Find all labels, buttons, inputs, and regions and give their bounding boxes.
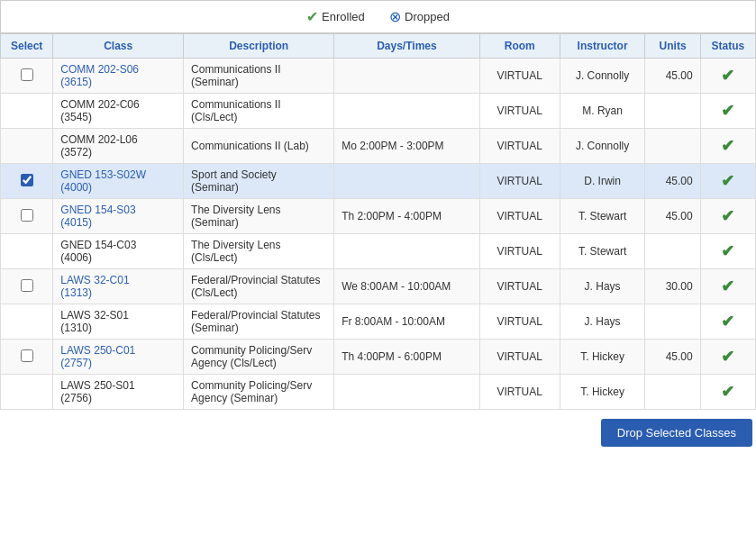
sub-enrolled-status-icon: ✔ (721, 313, 734, 331)
sub-enrolled-status-icon: ✔ (721, 102, 734, 120)
days-cell: We 8:00AM - 10:00AM (334, 269, 480, 304)
class-cell: GNED 154-S03 (4015) (53, 199, 184, 234)
sub-days-cell: Fr 8:00AM - 10:00AM (334, 304, 480, 340)
row-checkbox[interactable] (21, 174, 33, 186)
class-cell: GNED 153-S02W (4000) (53, 164, 184, 199)
room-cell: VIRTUAL (479, 269, 560, 304)
enrolled-status-icon: ✔ (721, 172, 734, 190)
sub-select-empty (1, 304, 53, 340)
col-description: Description (184, 34, 334, 59)
sub-units-cell (645, 375, 700, 410)
sub-class-cell: LAWS 250-S01 (2756) (53, 375, 184, 410)
dropped-label: Dropped (405, 10, 450, 23)
drop-button-row: Drop Selected Classes (0, 410, 756, 456)
sub-room-cell: VIRTUAL (479, 375, 560, 410)
table-row: GNED 154-S03 (4015) The Diversity Lens (… (1, 199, 756, 234)
enrolled-label: Enrolled (322, 10, 365, 23)
sub-status-cell: ✔ (700, 304, 755, 340)
class-link[interactable]: GNED 154-S03 (60, 204, 135, 216)
days-cell (334, 164, 480, 199)
sub-class-id: (4006) (60, 251, 92, 264)
select-cell (1, 199, 53, 234)
sub-status-cell: ✔ (700, 129, 755, 164)
table-header-row: Select Class Description Days/Times Room… (1, 34, 756, 59)
row-checkbox[interactable] (21, 209, 33, 222)
room-cell: VIRTUAL (479, 164, 560, 199)
drop-selected-button[interactable]: Drop Selected Classes (601, 419, 752, 447)
sub-room-cell: VIRTUAL (479, 94, 560, 129)
class-link[interactable]: LAWS 250-C01 (60, 344, 135, 357)
sub-class-id: (3572) (60, 146, 92, 159)
class-link[interactable]: GNED 153-S02W (60, 168, 146, 181)
sub-units-cell (645, 94, 700, 129)
sub-description-cell: Federal/Provincial Statutes (Seminar) (184, 304, 334, 340)
sub-class-id: (2756) (60, 392, 92, 404)
instructor-cell: J. Hays (560, 269, 645, 304)
sub-select-empty (1, 129, 53, 164)
enrollment-table: Select Class Description Days/Times Room… (0, 33, 756, 410)
sub-instructor-cell: T. Hickey (560, 375, 645, 410)
sub-enrolled-status-icon: ✔ (721, 383, 734, 401)
sub-class-code: LAWS 32-S01 (60, 309, 129, 322)
sub-class-code: COMM 202-L06 (60, 133, 137, 146)
class-cell: LAWS 250-C01 (2757) (53, 340, 184, 375)
col-select: Select (1, 34, 53, 59)
sub-class-cell: COMM 202-L06 (3572) (53, 129, 184, 164)
description-cell: Community Policing/Serv Agency (Cls/Lect… (184, 340, 334, 375)
class-cell: LAWS 32-C01 (1313) (53, 269, 184, 304)
status-cell: ✔ (700, 199, 755, 234)
description-cell: The Diversity Lens (Seminar) (184, 199, 334, 234)
description-cell: Communications II (Seminar) (184, 59, 334, 94)
sub-description-cell: Communications II (Cls/Lect) (184, 94, 334, 129)
table-row: LAWS 250-C01 (2757) Community Policing/S… (1, 340, 756, 375)
class-id: (4000) (60, 181, 92, 194)
class-link[interactable]: LAWS 32-C01 (60, 274, 129, 286)
sub-description-cell: The Diversity Lens (Cls/Lect) (184, 234, 334, 269)
status-cell: ✔ (700, 340, 755, 375)
sub-days-cell (334, 375, 480, 410)
row-checkbox[interactable] (21, 68, 33, 81)
row-checkbox[interactable] (21, 349, 33, 362)
days-cell (334, 59, 480, 94)
instructor-cell: J. Connolly (560, 59, 645, 94)
status-cell: ✔ (700, 164, 755, 199)
class-link[interactable]: COMM 202-S06 (60, 63, 139, 76)
row-checkbox[interactable] (21, 279, 33, 292)
sub-room-cell: VIRTUAL (479, 129, 560, 164)
instructor-cell: D. Irwin (560, 164, 645, 199)
units-cell: 45.00 (645, 59, 700, 94)
sub-select-empty (1, 375, 53, 410)
table-row: LAWS 250-S01 (2756) Community Policing/S… (1, 375, 756, 410)
class-cell: COMM 202-S06 (3615) (53, 59, 184, 94)
select-cell (1, 340, 53, 375)
sub-select-empty (1, 94, 53, 129)
units-cell: 45.00 (645, 199, 700, 234)
enrolled-check-icon: ✔ (306, 8, 318, 25)
room-cell: VIRTUAL (479, 340, 560, 375)
class-id: (4015) (60, 216, 92, 229)
sub-days-cell: Mo 2:00PM - 3:00PM (334, 129, 480, 164)
class-id: (1313) (60, 286, 92, 299)
description-cell: Federal/Provincial Statutes (Cls/Lect) (184, 269, 334, 304)
enrolled-status-icon: ✔ (721, 277, 734, 295)
table-row: LAWS 32-S01 (1310) Federal/Provincial St… (1, 304, 756, 340)
table-row: COMM 202-C06 (3545) Communications II (C… (1, 94, 756, 129)
days-cell: Th 4:00PM - 6:00PM (334, 340, 480, 375)
units-cell: 30.00 (645, 269, 700, 304)
select-cell (1, 164, 53, 199)
col-units: Units (645, 34, 700, 59)
col-instructor: Instructor (560, 34, 645, 59)
sub-class-code: COMM 202-C06 (60, 98, 139, 111)
sub-class-code: LAWS 250-S01 (60, 379, 134, 392)
instructor-cell: T. Stewart (560, 199, 645, 234)
sub-class-id: (3545) (60, 111, 92, 123)
sub-class-cell: COMM 202-C06 (3545) (53, 94, 184, 129)
col-status: Status (700, 34, 755, 59)
sub-room-cell: VIRTUAL (479, 304, 560, 340)
enrolled-status-icon: ✔ (721, 348, 734, 366)
table-row: GNED 154-C03 (4006) The Diversity Lens (… (1, 234, 756, 269)
dropped-legend: ⊗ Dropped (389, 8, 450, 25)
col-days-times: Days/Times (334, 34, 480, 59)
select-cell (1, 269, 53, 304)
table-row: COMM 202-S06 (3615) Communications II (S… (1, 59, 756, 94)
